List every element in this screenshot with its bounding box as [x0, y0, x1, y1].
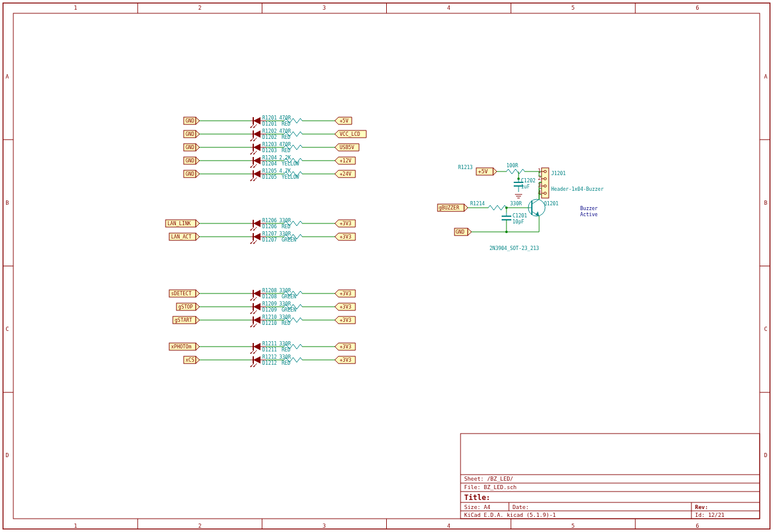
- r1213-ref: R1213: [458, 165, 473, 170]
- svg-marker-75: [196, 170, 199, 178]
- d-ref: D1207: [262, 237, 277, 243]
- r-ref: R1205: [262, 168, 277, 174]
- led-row-11: xCSD1212REDR1212330R+3V3: [184, 354, 355, 367]
- svg-marker-161: [253, 343, 260, 350]
- d-ref: D1206: [262, 224, 277, 229]
- net-left: GND: [186, 145, 195, 150]
- svg-marker-119: [253, 290, 260, 297]
- r-ref: R1202: [262, 129, 277, 134]
- r-val: 330R: [279, 341, 291, 347]
- j1201-desc: Header-1x04-Buzzer: [551, 187, 604, 192]
- r-val: 470R: [279, 129, 291, 134]
- r-ref: R1206: [262, 218, 277, 223]
- r-ref: R1212: [262, 354, 277, 360]
- net-left: GND: [186, 158, 195, 164]
- r-ref: R1201: [262, 115, 277, 121]
- svg-marker-145: [196, 316, 199, 324]
- net-left: GND: [186, 171, 195, 177]
- row-marker: C: [5, 326, 8, 332]
- pin-num: 3: [538, 183, 541, 188]
- svg-marker-77: [253, 170, 260, 178]
- row-marker: C: [764, 326, 767, 332]
- r-val: 4.7K: [279, 168, 291, 174]
- led-row-6: LAN_ACTD1207GREENR1207330R+3V3: [169, 231, 355, 244]
- pwr-5v: +5V: [478, 168, 488, 175]
- r-val: 330R: [279, 301, 291, 307]
- net-left: LAN_LINK: [167, 221, 191, 226]
- svg-marker-187: [493, 168, 497, 175]
- tb-id: Id: 12/21: [695, 512, 725, 518]
- r-val: 2.2K: [279, 155, 291, 161]
- net-right: +24V: [340, 171, 351, 177]
- d-ref: D1205: [262, 175, 277, 180]
- led-row-7: sDETECTD1208GREENR1208330R+3V3: [169, 288, 355, 301]
- svg-marker-91: [253, 220, 260, 227]
- net-left: xCS: [186, 357, 195, 363]
- svg-marker-33: [196, 130, 199, 138]
- led-row-0: GNDD1201REDR1201470R+5V: [184, 115, 352, 128]
- net-left: gSTART: [175, 318, 192, 323]
- svg-marker-131: [196, 303, 199, 310]
- r-val: 330R: [279, 354, 291, 360]
- d-color: RED: [282, 321, 291, 326]
- svg-marker-61: [196, 157, 199, 164]
- col-marker: 6: [696, 523, 699, 529]
- r1213-val: 100R: [506, 163, 518, 168]
- tb-file: File: BZ_LED.sch: [464, 484, 517, 490]
- d-ref: D1209: [262, 307, 277, 313]
- j1201-ref: J1201: [551, 171, 566, 176]
- net-right: +3V3: [340, 304, 351, 310]
- d-color: RED: [282, 347, 291, 353]
- col-marker: 1: [74, 523, 77, 529]
- col-marker: 2: [198, 5, 201, 11]
- svg-point-219: [505, 231, 508, 233]
- row-marker: B: [764, 200, 767, 206]
- col-marker: 5: [572, 5, 575, 11]
- r-val: 330R: [279, 288, 291, 293]
- net-right: +5V: [340, 118, 349, 124]
- led-row-9: gSTARTD1210REDR1210330R+3V3: [173, 315, 355, 327]
- col-marker: 6: [696, 5, 699, 11]
- r1214-ref: R1214: [470, 201, 485, 207]
- tb-rev: Rev:: [695, 504, 708, 510]
- r-ref: R1207: [262, 231, 277, 237]
- r-ref: R1211: [262, 341, 277, 347]
- svg-marker-159: [196, 343, 199, 350]
- svg-marker-63: [253, 157, 260, 164]
- row-marker: D: [5, 452, 8, 458]
- r-ref: R1204: [262, 155, 277, 161]
- svg-marker-21: [253, 117, 260, 124]
- d-color: RED: [282, 135, 291, 140]
- row-marker: A: [764, 74, 768, 80]
- svg-rect-0: [3, 3, 770, 529]
- d-color: RED: [282, 361, 291, 366]
- net-right: +3V3: [340, 291, 351, 296]
- r-ref: R1209: [262, 301, 277, 307]
- svg-marker-173: [196, 356, 199, 364]
- svg-marker-89: [196, 220, 199, 227]
- col-marker: 3: [323, 523, 326, 529]
- net-left: GND: [186, 132, 195, 137]
- svg-marker-147: [253, 316, 260, 324]
- svg-marker-117: [196, 290, 199, 297]
- tb-sheet: Sheet: /BZ_LED/: [464, 476, 513, 482]
- col-marker: 3: [323, 5, 326, 11]
- buzzer-circuit: +5V R1213 100R C1202 1uF gBUZZER R1214: [438, 163, 604, 251]
- buzzer-note-1: Buzzer: [580, 206, 598, 211]
- tb-title: Title:: [464, 493, 490, 502]
- net-right: +3V3: [340, 357, 351, 363]
- col-marker: 1: [74, 5, 77, 11]
- net-left: sDETECT: [171, 291, 192, 296]
- pwr-gnd: GND: [456, 229, 465, 235]
- net-right: +3V3: [340, 221, 351, 226]
- svg-marker-103: [196, 233, 199, 240]
- svg-marker-35: [253, 130, 260, 138]
- svg-marker-49: [253, 144, 260, 151]
- svg-marker-133: [253, 303, 260, 310]
- r-val: 330R: [279, 218, 291, 223]
- svg-marker-47: [196, 144, 199, 151]
- r-ref: R1210: [262, 315, 277, 320]
- q1201-ref: Q1201: [544, 201, 558, 207]
- led-row-4: GNDD1205YELLOWR12054.7K+24V: [184, 168, 355, 181]
- d-ref: D1201: [262, 121, 277, 127]
